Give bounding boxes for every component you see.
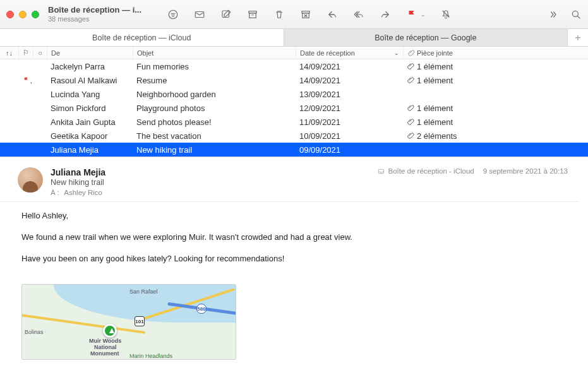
preview-header-right: Boîte de réception - iCloud 9 septembre …	[377, 167, 568, 196]
map-label: Marin Headlands	[129, 353, 172, 359]
row-date: 14/09/2021	[296, 76, 403, 85]
flag-button[interactable]: ⌄	[405, 9, 426, 20]
row-from: Rasoul Al Malkawi	[47, 76, 133, 85]
row-subject: Resume	[133, 76, 296, 85]
junk-button[interactable]	[299, 9, 312, 20]
zoom-window-button[interactable]	[32, 11, 39, 18]
message-row[interactable]: Geetika KapoorThe best vacation10/09/202…	[0, 129, 588, 143]
compose-button[interactable]	[220, 9, 232, 20]
column-subject[interactable]: Objet	[133, 47, 296, 59]
route-shield: 580	[196, 304, 207, 314]
reply-all-icon	[352, 9, 365, 20]
map-pin-icon	[103, 324, 117, 338]
new-message-button[interactable]	[193, 9, 206, 20]
header-label: Objet	[137, 49, 153, 57]
row-subject: The best vacation	[133, 131, 296, 141]
search-button[interactable]	[570, 9, 582, 20]
svg-rect-4	[249, 13, 256, 18]
forward-button[interactable]	[379, 9, 392, 20]
body-paragraph: Hello Ashley,	[21, 210, 572, 222]
flag-outline-icon: ⚐	[23, 49, 29, 57]
svg-rect-1	[195, 11, 204, 17]
sender-avatar[interactable]	[18, 167, 43, 193]
preview-body: Hello Ashley, We found a new trail when …	[0, 202, 588, 282]
message-row[interactable]: Jackelyn ParraFun memories14/09/2021 1 é…	[0, 59, 588, 73]
message-row[interactable]: Ankita Jain GuptaSend photos please!11/0…	[0, 115, 588, 129]
search-icon	[570, 9, 582, 20]
header-label: De	[51, 49, 60, 57]
preview-mailbox[interactable]: Boîte de réception - iCloud	[377, 167, 474, 175]
mute-button[interactable]	[440, 9, 452, 20]
more-button[interactable]	[548, 9, 559, 20]
column-date[interactable]: Date de réception ⌄	[296, 47, 404, 59]
reply-button[interactable]	[326, 9, 339, 20]
sort-icon: ↑↓	[6, 49, 13, 57]
row-date: 14/09/2021	[296, 62, 403, 71]
row-subject: Playground photos	[133, 104, 296, 113]
map-label: Bolinas	[25, 329, 44, 335]
paperclip-icon	[407, 132, 414, 139]
route-shield: 101	[135, 316, 145, 326]
tab-inbox-google[interactable]: Boîte de réception — Google	[284, 29, 568, 46]
column-attachment[interactable]: Pièce jointe	[404, 47, 588, 59]
chevron-down-icon: ⌄	[421, 11, 426, 18]
toolbar-right	[548, 9, 582, 20]
compose-icon	[220, 9, 232, 20]
reply-icon	[326, 9, 339, 20]
row-from: Simon Pickford	[47, 104, 133, 113]
minimize-window-button[interactable]	[19, 11, 27, 18]
tab-inbox-icloud[interactable]: Boîte de réception — iCloud	[0, 29, 284, 46]
flag-icon	[405, 9, 418, 20]
forward-icon	[379, 9, 392, 20]
tab-label: Boîte de réception — iCloud	[92, 33, 191, 42]
row-date: 12/09/2021	[296, 104, 403, 113]
row-from: Jackelyn Parra	[47, 62, 133, 71]
new-tab-button[interactable]: +	[568, 29, 588, 46]
map-label: Muir Woods	[89, 338, 121, 344]
to-label: À :	[51, 189, 59, 196]
svg-point-0	[169, 10, 177, 19]
row-date: 09/09/2021	[296, 145, 403, 155]
tab-label: Boîte de réception — Google	[375, 33, 476, 42]
message-row[interactable]: Simon PickfordPlayground photos12/09/202…	[0, 101, 588, 115]
preview-header: Juliana Mejia New hiking trail À : Ashle…	[0, 163, 579, 202]
paperclip-icon	[407, 118, 414, 126]
preview-sender: Juliana Mejia	[51, 167, 377, 177]
row-from: Ankita Jain Gupta	[47, 117, 133, 127]
to-name[interactable]: Ashley Rico	[64, 189, 102, 196]
column-from[interactable]: De	[47, 47, 133, 59]
column-headers: ↑↓ ⚐ ○ De Objet Date de réception ⌄ Pièc…	[0, 47, 588, 59]
body-paragraph: Have you been on any good hikes lately? …	[21, 252, 572, 265]
map-label: National	[94, 344, 117, 350]
map-label: Monument	[90, 350, 119, 357]
row-from: Juliana Mejia	[47, 145, 133, 155]
close-window-button[interactable]	[6, 11, 14, 18]
row-from: Geetika Kapoor	[47, 131, 133, 141]
column-read[interactable]: ○	[33, 47, 47, 59]
row-attachment: 2 éléments	[403, 131, 588, 141]
row-subject: New hiking trail	[133, 145, 296, 155]
paperclip-icon	[407, 62, 414, 70]
row-date: 10/09/2021	[296, 131, 403, 141]
map-label: San Rafael	[129, 288, 158, 295]
paperclip-icon	[407, 49, 415, 57]
row-attachment: 1 élément	[403, 62, 588, 71]
reply-all-button[interactable]	[352, 9, 365, 20]
row-from: Lucinda Yang	[47, 90, 133, 99]
preview-pane: Juliana Mejia New hiking trail À : Ashle…	[0, 157, 588, 360]
column-sort[interactable]: ↑↓	[0, 47, 19, 59]
delete-button[interactable]	[273, 9, 285, 20]
message-row[interactable]: Juliana MejiaNew hiking trail09/09/2021	[0, 143, 588, 157]
message-row[interactable]: Rasoul Al MalkawiResume14/09/2021 1 élém…	[0, 73, 588, 87]
row-flag-cell[interactable]	[19, 76, 33, 85]
message-row[interactable]: Lucinda YangNeighborhood garden13/09/202…	[0, 87, 588, 101]
chevron-down-icon: ⌄	[394, 50, 399, 56]
archive-button[interactable]	[246, 9, 259, 20]
filter-button[interactable]	[167, 9, 179, 20]
preview-subject: New hiking trail	[51, 178, 377, 187]
junk-icon	[299, 9, 312, 20]
map-attachment[interactable]: 101 580 San Rafael Bolinas Muir Woods Na…	[21, 284, 236, 360]
toolbar: ⌄	[167, 9, 452, 20]
preview-datetime: 9 septembre 2021 à 20:13	[483, 167, 568, 175]
column-flag[interactable]: ⚐	[19, 47, 33, 59]
